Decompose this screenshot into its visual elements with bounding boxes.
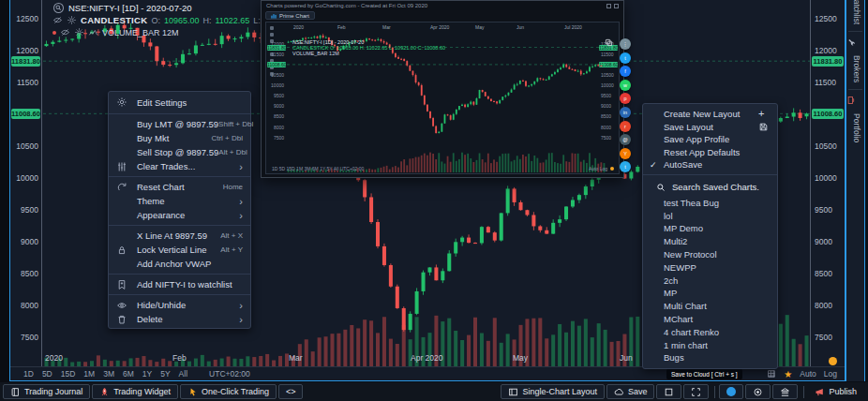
menu-item-appearance[interactable]: Appearance› [109, 208, 250, 222]
screenshot-button[interactable] [656, 384, 681, 399]
tf-5d[interactable]: 5D [42, 369, 52, 379]
y-axis-tick: 7500 [21, 333, 38, 342]
menu-item-lock-vertical[interactable]: Lock Vertical LineAlt + Y [109, 243, 250, 257]
share-linkedin-icon[interactable]: in [620, 107, 631, 118]
share-facebook-icon[interactable]: f [620, 66, 631, 77]
y-axis-tick: 8500 [21, 269, 38, 278]
tf-all[interactable]: All [179, 369, 187, 379]
menu-item-autosave[interactable]: ✓ AutoSave [643, 158, 777, 171]
tf-15d[interactable]: 15D [61, 369, 76, 379]
share-telegram-icon[interactable]: t [620, 161, 631, 172]
menu-item-buy-lmt[interactable]: Buy LMT @ 9897.59Shift + Dbl [109, 117, 250, 131]
saved-chart-item[interactable]: test Thea Bug [643, 197, 777, 210]
target-button[interactable] [745, 384, 771, 399]
saved-chart-item[interactable]: 1 min chart [643, 338, 777, 351]
eye-off-icon[interactable] [52, 15, 63, 25]
gear-icon[interactable] [74, 27, 84, 37]
share-more-icon[interactable]: ⋮ [620, 38, 631, 50]
gear-icon[interactable] [67, 15, 77, 25]
menu-item-clear-trades[interactable]: Clear Trades...› [109, 159, 250, 173]
saved-chart-item[interactable]: MChart [643, 313, 777, 326]
copy-icon[interactable] [605, 34, 613, 42]
button-label: Publish [829, 387, 857, 396]
tf-5y[interactable]: 5Y [160, 369, 170, 379]
fullscreen-button[interactable] [683, 384, 709, 399]
favorite-star-icon[interactable]: ★ [784, 369, 792, 379]
menu-item-x-line[interactable]: X Line At 9897.59Alt + X [109, 229, 250, 243]
tf-1m[interactable]: 1M [83, 369, 95, 379]
chevron-right-icon: › [239, 162, 243, 171]
share-pinterest-icon[interactable]: p [620, 93, 631, 104]
tab-portfolio[interactable]: Portfolio [846, 109, 865, 147]
share-reddit-icon[interactable]: r [620, 121, 631, 132]
zoom-icon[interactable] [52, 2, 65, 14]
mini-y-tick: 9000 [274, 103, 284, 109]
saved-chart-item[interactable]: Multi Chart [643, 300, 777, 313]
saved-chart-item[interactable]: Multi2 [643, 235, 777, 248]
y-axis-tick: 9000 [21, 237, 38, 246]
high-value: 11022.65 [215, 16, 249, 25]
code-button[interactable]: <> [278, 384, 304, 399]
menu-item-reset-defaults[interactable]: Reset App Defaults [643, 146, 777, 159]
menu-item-save-layout[interactable]: Save Layout [643, 121, 777, 134]
share-email-icon[interactable]: @ [620, 134, 631, 145]
one-click-trading-button[interactable]: One-Click Trading [180, 384, 277, 399]
mini-timeframes: 1D 5D 15D 1M 3M 6M 1Y 5Y All UTC+02:00 [272, 166, 364, 171]
tf-3m[interactable]: 3M [103, 369, 114, 379]
menu-item-create-layout[interactable]: Create New Layout + [643, 108, 777, 121]
mini-price-badge: 11008.60 [267, 62, 286, 67]
frame-icon [664, 387, 674, 397]
exchange-button[interactable] [772, 384, 798, 399]
menu-item-reset-chart[interactable]: Reset ChartHome [109, 180, 250, 194]
log-scale-toggle[interactable]: Log [824, 369, 837, 379]
saved-chart-item[interactable]: 2ch [643, 274, 777, 287]
mini-scale-controls: Auto Log [589, 166, 607, 171]
saved-chart-item[interactable]: NEWPP [643, 260, 777, 274]
share-twitter-icon[interactable]: t [620, 52, 631, 64]
tf-1d[interactable]: 1D [23, 369, 34, 379]
menu-item-buy-mkt[interactable]: Buy MktCtrl + Dbl [109, 131, 250, 145]
tab-watchlist[interactable]: Watchlist [846, 0, 865, 29]
saved-chart-item[interactable]: MP Demo [643, 222, 777, 235]
tab-brokers[interactable]: Brokers [846, 51, 865, 87]
scroll-to-realtime-dot[interactable] [829, 357, 837, 365]
menu-item-hide-unhide[interactable]: Hide/Unhide› [109, 298, 250, 312]
menu-item-add-watchlist[interactable]: Add NIFTY-I to watchlist [109, 277, 250, 291]
saved-chart-item[interactable]: 4 chart Renko [643, 325, 777, 338]
tf-1y[interactable]: 1Y [142, 369, 152, 379]
search-saved-charts[interactable]: Search Saved Charts. [643, 178, 777, 197]
trading-journal-button[interactable]: Trading Journal [3, 384, 90, 399]
snapshot-titlebar[interactable]: Charts powered by GoCharting.com - Creat… [262, 1, 623, 10]
saved-chart-item[interactable]: Bugs [643, 351, 777, 364]
share-hackernews-icon[interactable]: Y [620, 148, 631, 159]
wrench-icon [846, 37, 856, 47]
saved-chart-item[interactable]: New Protocol [643, 248, 777, 261]
price-axis-left[interactable]: 1250012000115001050010000950090008500800… [10, 0, 42, 366]
menu-item-add-vwap[interactable]: Add Anchor VWAP [109, 257, 250, 271]
menu-item-delete[interactable]: Delete› [109, 312, 250, 326]
auto-scale-toggle[interactable]: Auto [800, 369, 816, 379]
tab-prime-chart[interactable]: Prime Chart [265, 11, 315, 20]
grid-icon[interactable] [767, 369, 776, 379]
saved-chart-item[interactable]: lol [643, 209, 777, 222]
menu-item-sell-stop[interactable]: Sell Stop @ 9897.59Alt + Dbl [109, 145, 250, 159]
save-button[interactable]: Save [606, 384, 655, 399]
eye-off-icon[interactable] [60, 27, 70, 37]
share-whatsapp-icon[interactable]: w [620, 80, 631, 91]
single-chart-layout-button[interactable]: Single-Chart Layout [501, 384, 605, 399]
tf-6m[interactable]: 6M [123, 369, 134, 379]
chat-button[interactable] [719, 384, 743, 399]
lock-icon [116, 245, 127, 256]
popup-expand-icon[interactable] [606, 4, 611, 8]
menu-item-theme[interactable]: Theme› [109, 194, 250, 208]
timezone-label[interactable]: UTC+02:00 [209, 369, 250, 379]
menu-item-save-profile[interactable]: Save App Profile [643, 133, 777, 146]
menu-label: Buy Mkt [137, 133, 169, 143]
price-axis-right[interactable]: 1250012000115001050010000950090008500800… [810, 0, 845, 366]
menu-item-edit-settings[interactable]: Edit Settings [109, 94, 250, 111]
snapshot-title: Charts powered by GoCharting.com - Creat… [266, 3, 427, 8]
trading-widget-button[interactable]: Trading Widget [92, 384, 178, 399]
publish-button[interactable]: Publish [808, 384, 863, 399]
saved-chart-item[interactable]: MP [643, 287, 777, 300]
popup-close-icon[interactable] [614, 4, 619, 8]
